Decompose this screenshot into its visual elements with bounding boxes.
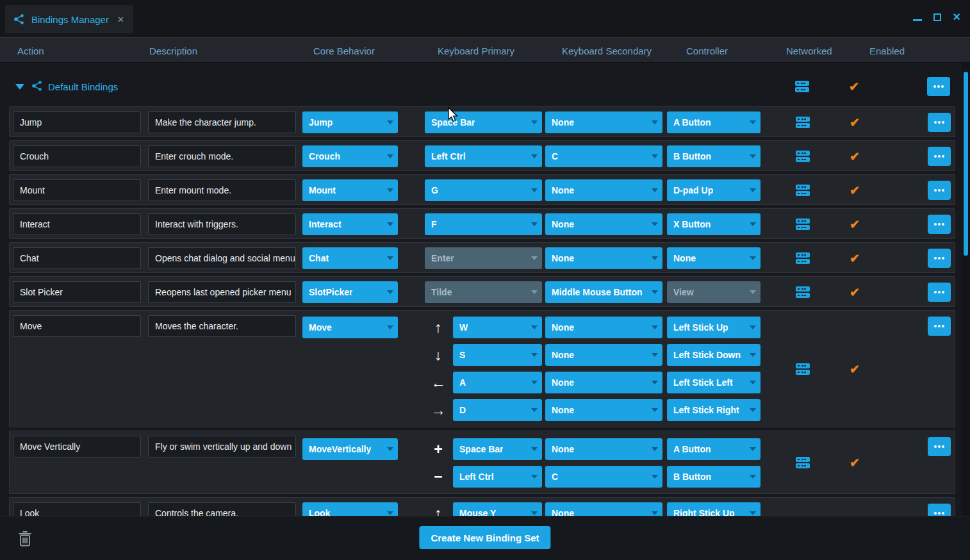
- description-field[interactable]: Opens chat dialog and social menu.: [148, 247, 296, 269]
- keyboard-primary-dropdown[interactable]: G: [425, 179, 542, 201]
- networked-icon[interactable]: [796, 456, 810, 470]
- minimize-button[interactable]: [913, 14, 922, 21]
- description-field[interactable]: Reopens last opened picker menu: [148, 281, 296, 303]
- networked-icon[interactable]: [796, 183, 810, 197]
- core-behavior-dropdown[interactable]: SlotPicker: [302, 281, 398, 303]
- keyboard-secondary-dropdown[interactable]: None: [545, 317, 662, 338]
- keyboard-primary-dropdown[interactable]: S: [453, 344, 542, 366]
- controller-dropdown[interactable]: B Button: [667, 466, 760, 488]
- keyboard-primary-dropdown[interactable]: F: [425, 213, 542, 235]
- keyboard-primary-dropdown[interactable]: Left Ctrl: [425, 145, 542, 167]
- keyboard-primary-dropdown[interactable]: Space Bar: [453, 438, 542, 460]
- enabled-checkbox[interactable]: ✔: [846, 247, 863, 269]
- scrollbar-thumb[interactable]: [964, 72, 968, 256]
- close-button[interactable]: ✕: [953, 13, 961, 22]
- tab-close-icon[interactable]: ✕: [117, 15, 124, 24]
- networked-icon[interactable]: [796, 217, 810, 231]
- core-behavior-dropdown[interactable]: Mount: [302, 179, 398, 201]
- core-behavior-dropdown[interactable]: Crouch: [302, 145, 398, 167]
- controller-dropdown[interactable]: A Button: [667, 111, 760, 133]
- core-behavior-dropdown[interactable]: Interact: [302, 213, 398, 235]
- chevron-down-icon: [652, 408, 658, 412]
- description-field[interactable]: Interact with triggers.: [148, 213, 296, 235]
- enabled-checkbox[interactable]: ✔: [846, 111, 863, 133]
- dropdown-value: Tilde: [431, 287, 452, 297]
- delete-button[interactable]: [17, 531, 33, 547]
- more-options-button[interactable]: [928, 181, 951, 200]
- controller-dropdown[interactable]: B Button: [667, 145, 760, 167]
- more-options-button[interactable]: [928, 215, 951, 234]
- keyboard-secondary-dropdown[interactable]: Middle Mouse Button: [545, 281, 662, 303]
- core-behavior-dropdown[interactable]: Jump: [302, 111, 398, 133]
- enabled-checkbox[interactable]: ✔: [846, 281, 863, 303]
- dropdown-value: Middle Mouse Button: [552, 287, 643, 297]
- networked-icon[interactable]: [796, 251, 810, 265]
- keyboard-primary-dropdown[interactable]: D: [453, 399, 542, 421]
- action-name-field[interactable]: Interact: [13, 213, 141, 235]
- keyboard-primary-dropdown[interactable]: Left Ctrl: [453, 466, 542, 488]
- networked-icon[interactable]: [796, 362, 810, 376]
- controller-dropdown[interactable]: None: [667, 247, 760, 269]
- more-options-button[interactable]: [928, 283, 951, 302]
- chevron-down-icon: [531, 381, 538, 384]
- arrow-down-icon: ↓: [427, 344, 449, 366]
- keyboard-primary-dropdown[interactable]: Space Bar: [425, 111, 542, 133]
- more-options-button[interactable]: [928, 147, 951, 166]
- controller-dropdown[interactable]: Left Stick Left: [667, 372, 760, 393]
- keyboard-secondary-dropdown[interactable]: None: [545, 247, 662, 269]
- more-options-button[interactable]: [928, 317, 951, 336]
- chevron-down-icon: [750, 475, 756, 479]
- keyboard-primary-dropdown[interactable]: Mouse Y: [453, 502, 542, 516]
- networked-icon[interactable]: [796, 149, 810, 163]
- keyboard-secondary-dropdown[interactable]: None: [545, 344, 662, 366]
- keyboard-secondary-dropdown[interactable]: None: [545, 213, 662, 235]
- chevron-down-icon: [652, 154, 658, 158]
- keyboard-secondary-dropdown[interactable]: C: [545, 466, 662, 488]
- controller-dropdown[interactable]: Left Stick Right: [667, 399, 760, 421]
- keyboard-primary-dropdown[interactable]: W: [453, 317, 542, 338]
- enabled-checkbox[interactable]: ✔: [846, 452, 863, 474]
- enabled-checkbox[interactable]: ✔: [846, 145, 863, 167]
- controller-dropdown[interactable]: X Button: [667, 213, 760, 235]
- action-name-field[interactable]: Slot Picker: [13, 281, 141, 303]
- keyboard-secondary-dropdown[interactable]: None: [545, 502, 662, 516]
- tab-bindings-manager[interactable]: Bindings Manager ✕: [5, 5, 133, 33]
- keyboard-secondary-dropdown[interactable]: None: [545, 399, 662, 421]
- controller-dropdown[interactable]: Left Stick Up: [667, 317, 760, 338]
- description-field[interactable]: Enter crouch mode.: [148, 145, 296, 167]
- maximize-button[interactable]: [933, 13, 941, 21]
- more-options-button[interactable]: [928, 504, 951, 516]
- action-name-field[interactable]: Crouch: [13, 145, 141, 167]
- keyboard-secondary-dropdown[interactable]: None: [545, 438, 662, 460]
- keyboard-primary-dropdown[interactable]: A: [453, 372, 542, 393]
- core-behavior-dropdown[interactable]: Chat: [302, 247, 398, 269]
- controller-dropdown[interactable]: D-pad Up: [667, 179, 760, 201]
- keyboard-secondary-dropdown[interactable]: None: [545, 372, 662, 393]
- collapse-expander-icon[interactable]: [15, 84, 24, 90]
- enabled-checkbox[interactable]: ✔: [846, 358, 863, 380]
- enabled-checkbox[interactable]: ✔: [846, 76, 862, 97]
- create-new-binding-set-button[interactable]: Create New Binding Set: [419, 526, 550, 549]
- enabled-checkbox[interactable]: ✔: [846, 213, 863, 235]
- networked-icon[interactable]: [795, 79, 809, 94]
- controller-dropdown[interactable]: A Button: [667, 438, 760, 460]
- dropdown-value: G: [431, 185, 438, 195]
- action-name-field[interactable]: Chat: [13, 247, 141, 269]
- keyboard-secondary-dropdown[interactable]: None: [545, 179, 662, 201]
- more-options-button[interactable]: [927, 77, 950, 96]
- more-options-button[interactable]: [928, 113, 951, 132]
- action-name-field[interactable]: Mount: [13, 179, 141, 201]
- description-field[interactable]: Enter mount mode.: [148, 179, 296, 201]
- action-name-field[interactable]: Jump: [13, 111, 141, 133]
- controller-dropdown[interactable]: Right Stick Up: [667, 502, 760, 516]
- keyboard-secondary-dropdown[interactable]: C: [545, 145, 662, 167]
- more-options-button[interactable]: [928, 249, 951, 268]
- enabled-checkbox[interactable]: ✔: [846, 179, 863, 201]
- keyboard-secondary-dropdown[interactable]: None: [545, 111, 662, 133]
- networked-icon[interactable]: [796, 285, 810, 299]
- more-options-button[interactable]: [928, 437, 951, 456]
- networked-icon[interactable]: [796, 115, 810, 129]
- dropdown-value: View: [673, 287, 694, 297]
- description-field[interactable]: Make the character jump.: [148, 111, 296, 133]
- controller-dropdown[interactable]: Left Stick Down: [667, 344, 760, 366]
